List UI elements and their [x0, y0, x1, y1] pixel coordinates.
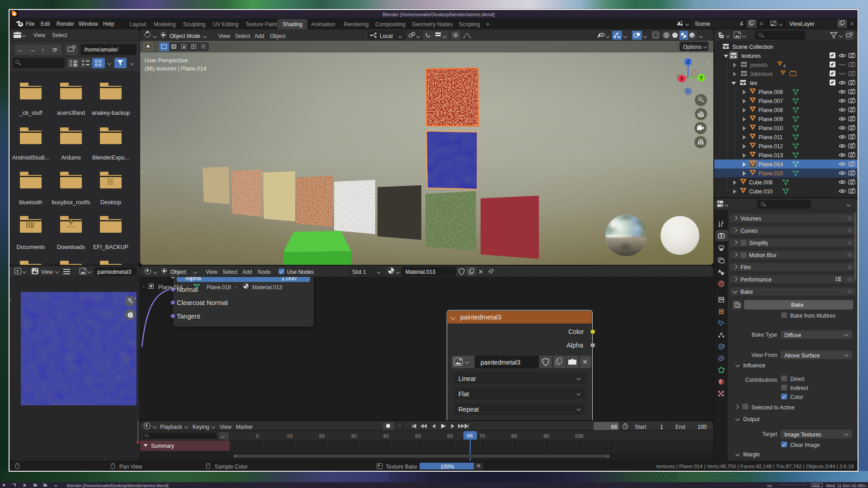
svg-text:Z: Z [687, 60, 689, 65]
svg-text:Y: Y [700, 75, 703, 80]
svg-text:X: X [680, 76, 684, 81]
